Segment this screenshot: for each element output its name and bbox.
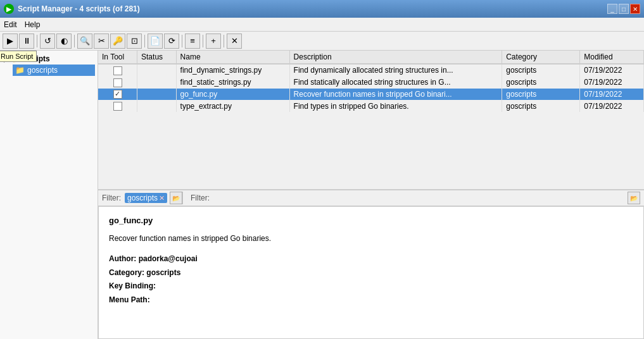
filter-tag-goscripts[interactable]: goscripts ✕ — [125, 193, 167, 203]
name-cell[interactable]: find_dynamic_strings.py — [176, 64, 289, 77]
intool-cell[interactable] — [98, 77, 137, 89]
toolbar-separator-2 — [74, 35, 75, 47]
minimize-button[interactable]: _ — [607, 4, 617, 14]
menu-help[interactable]: Help — [25, 20, 41, 29]
list-button[interactable]: ≡ — [185, 34, 200, 49]
scripts-folder-icon: 📁 — [12, 54, 22, 63]
desc-meta: Author: padorka@cujoai Category: goscrip… — [109, 252, 633, 307]
sidebar-scripts[interactable]: ▶ 📁 Scripts — [3, 53, 95, 65]
intool-checkbox[interactable] — [113, 102, 122, 111]
color-button[interactable]: ◐ — [56, 34, 72, 49]
tag-button[interactable]: ⊡ — [127, 34, 142, 49]
desc-text: Recover function names in stripped Go bi… — [109, 233, 633, 245]
col-header-status[interactable]: Status — [137, 51, 177, 64]
description-cell: Find statically allocated string structu… — [289, 77, 502, 89]
window-controls: _ □ ✕ — [607, 4, 640, 14]
name-cell[interactable]: find_static_strings.py — [176, 77, 289, 89]
maximize-button[interactable]: □ — [619, 4, 629, 14]
run-button[interactable]: ▶ Run Script — [3, 34, 18, 49]
desc-script-name: go_func.py — [109, 214, 633, 228]
desc-category: Category: goscripts — [109, 266, 633, 280]
table-row[interactable]: find_static_strings.pyFind statically al… — [98, 77, 644, 89]
reload-button[interactable]: ⟳ — [164, 34, 179, 49]
menu-edit[interactable]: Edit — [4, 20, 17, 29]
name-cell[interactable]: go_func.py — [176, 89, 289, 101]
desc-author: Author: padorka@cujoai — [109, 252, 633, 266]
table-row[interactable]: find_dynamic_strings.pyFind dynamically … — [98, 64, 644, 77]
toolbar-separator-6 — [224, 35, 224, 47]
right-pane: In Tool Status Name Description Category… — [98, 51, 644, 339]
script-table-area[interactable]: In Tool Status Name Description Category… — [98, 51, 644, 190]
col-header-description[interactable]: Description — [289, 51, 502, 64]
script-table: In Tool Status Name Description Category… — [98, 51, 644, 112]
search-button[interactable]: 🔍 — [77, 34, 92, 49]
plus-button[interactable]: + — [206, 34, 221, 49]
desc-menupath-label: Menu Path: — [109, 295, 150, 304]
modified-cell: 07/19/2022 — [580, 77, 644, 89]
filter-right-input[interactable] — [213, 194, 625, 202]
desc-keybinding-label: Key Binding: — [109, 281, 156, 290]
new-script-button[interactable]: 📄 — [148, 34, 163, 49]
col-header-modified[interactable]: Modified — [580, 51, 644, 64]
col-header-intool[interactable]: In Tool — [98, 51, 137, 64]
intool-cell[interactable] — [98, 89, 137, 101]
toolbar-separator-4 — [182, 35, 182, 47]
desc-author-value: padorka@cujoai — [139, 254, 198, 263]
browse-right-icon: 📂 — [630, 195, 638, 202]
pause-button[interactable]: ⏸ — [19, 34, 34, 49]
table-row[interactable]: go_func.pyRecover function names in stri… — [98, 89, 644, 101]
status-cell — [137, 64, 177, 77]
sidebar-item-goscripts[interactable]: 📁 goscripts — [13, 65, 95, 76]
modified-cell: 07/19/2022 — [580, 89, 644, 101]
modified-cell: 07/19/2022 — [580, 100, 644, 112]
category-cell: goscripts — [502, 64, 580, 77]
intool-cell[interactable] — [98, 100, 137, 112]
intool-checkbox[interactable] — [113, 78, 122, 87]
category-cell: goscripts — [502, 77, 580, 89]
name-cell[interactable]: type_extract.py — [176, 100, 289, 112]
toolbar-separator-5 — [203, 35, 203, 47]
key-button[interactable]: 🔑 — [110, 34, 125, 49]
scripts-label: Scripts — [24, 54, 50, 63]
filter-left-label: Filter: — [98, 194, 125, 202]
toolbar: ▶ Run Script ⏸ ↺ ◐ 🔍 ✂ 🔑 ⊡ 📄 ⟳ ≡ + ✕ — [0, 32, 644, 51]
desc-category-label: Category: — [109, 268, 144, 277]
filter-right-browse[interactable]: 📂 — [628, 192, 640, 204]
col-header-name[interactable]: Name — [176, 51, 289, 64]
intool-checkbox[interactable] — [113, 90, 122, 99]
status-cell — [137, 77, 177, 89]
sidebar: ▶ 📁 Scripts 📁 goscripts — [0, 51, 98, 339]
window-title: Script Manager - 4 scripts (of 281) — [18, 4, 140, 13]
app-icon: ▶ — [4, 4, 14, 14]
description-cell: Recover function names in stripped Go bi… — [289, 89, 502, 101]
browse-icon: 📂 — [172, 195, 180, 202]
window-close-button[interactable]: ✕ — [630, 4, 640, 14]
table-row[interactable]: type_extract.pyFind types in stripped Go… — [98, 100, 644, 112]
scripts-expand-icon: ▶ — [4, 54, 9, 63]
desc-keybinding: Key Binding: — [109, 280, 633, 293]
filter-bar: Filter: goscripts ✕ 📂 Filter: 📂 — [98, 190, 644, 206]
filter-tag-remove[interactable]: ✕ — [159, 194, 165, 202]
filter-right-label: Filter: — [187, 194, 213, 202]
title-bar: ▶ Script Manager - 4 scripts (of 281) _ … — [0, 0, 644, 18]
status-cell — [137, 89, 177, 101]
folder-label: goscripts — [27, 66, 58, 75]
desc-category-value: goscripts — [146, 268, 180, 277]
close-panel-button[interactable]: ✕ — [227, 34, 242, 49]
category-cell: goscripts — [502, 89, 580, 101]
intool-cell[interactable] — [98, 64, 137, 77]
col-header-category[interactable]: Category — [502, 51, 580, 64]
description-pane: go_func.py Recover function names in str… — [98, 206, 644, 339]
filter-browse-button[interactable]: 📂 — [170, 192, 182, 204]
desc-menupath: Menu Path: — [109, 293, 633, 307]
menu-bar: Edit Help — [0, 18, 644, 32]
toolbar-separator-1 — [37, 35, 37, 47]
toolbar-separator-3 — [144, 35, 145, 47]
scissors-button[interactable]: ✂ — [94, 34, 109, 49]
filter-right: Filter: 📂 — [182, 192, 644, 204]
description-cell: Find dynamically allocated string struct… — [289, 64, 502, 77]
modified-cell: 07/19/2022 — [580, 64, 644, 77]
refresh-button[interactable]: ↺ — [40, 34, 55, 49]
desc-author-label: Author: — [109, 254, 136, 263]
intool-checkbox[interactable] — [113, 66, 122, 75]
